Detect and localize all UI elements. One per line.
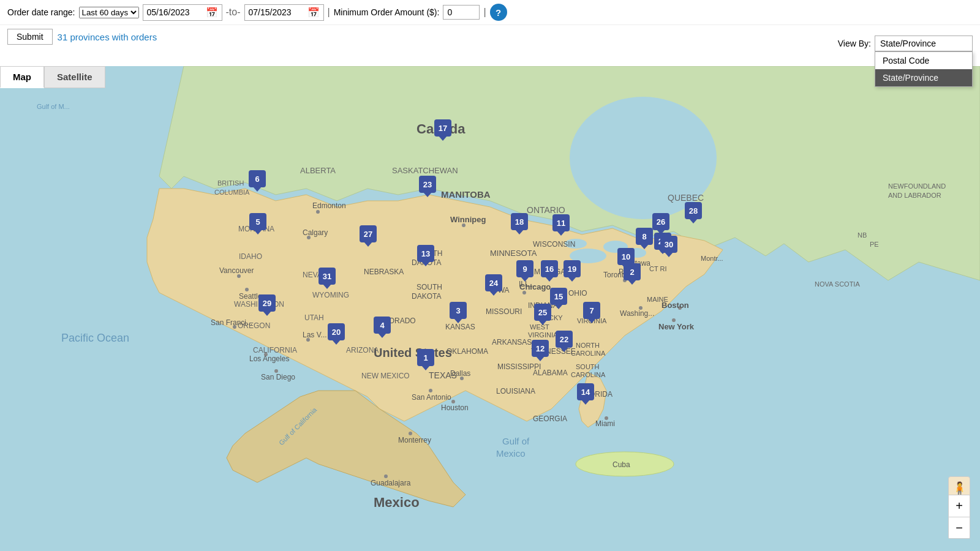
map-marker[interactable]: 20 bbox=[328, 323, 345, 340]
map-marker[interactable]: 14 bbox=[577, 383, 594, 400]
svg-text:MANITOBA: MANITOBA bbox=[441, 189, 491, 200]
svg-text:NORTH: NORTH bbox=[576, 342, 600, 349]
marker-body: 31 bbox=[318, 268, 336, 285]
marker-body: 5 bbox=[249, 213, 266, 230]
map-marker[interactable]: 7 bbox=[583, 302, 600, 319]
map-marker[interactable]: 18 bbox=[511, 213, 528, 230]
marker-body: 25 bbox=[534, 304, 551, 321]
svg-text:OKLAHOMA: OKLAHOMA bbox=[447, 347, 488, 356]
svg-text:San Antonio: San Antonio bbox=[412, 393, 451, 402]
marker-body: 7 bbox=[583, 302, 600, 319]
map-marker[interactable]: 24 bbox=[485, 274, 502, 291]
dropdown-postal-code[interactable]: Postal Code bbox=[875, 52, 972, 69]
date-to-input[interactable]: 07/15/2023 bbox=[249, 7, 304, 17]
svg-text:KANSAS: KANSAS bbox=[445, 323, 475, 331]
map-marker[interactable]: 5 bbox=[249, 213, 266, 230]
marker-body: 3 bbox=[450, 302, 467, 319]
view-by-dropdown: Postal Code State/Province bbox=[875, 51, 973, 87]
map-marker[interactable]: 1 bbox=[417, 349, 434, 366]
marker-body: 26 bbox=[652, 213, 669, 230]
map-marker[interactable]: 19 bbox=[564, 260, 581, 277]
dropdown-state-province[interactable]: State/Province bbox=[875, 69, 972, 86]
svg-text:CAROLINA: CAROLINA bbox=[571, 350, 606, 357]
svg-text:NB: NB bbox=[858, 231, 867, 239]
svg-text:IDAHO: IDAHO bbox=[239, 252, 262, 261]
map-marker[interactable]: 28 bbox=[685, 202, 702, 219]
marker-body: 30 bbox=[660, 236, 677, 253]
date-from-container: 05/16/2023 📅 bbox=[143, 4, 222, 21]
marker-body: 19 bbox=[564, 260, 581, 277]
date-from-input[interactable]: 05/16/2023 bbox=[147, 7, 202, 17]
map-marker[interactable]: 29 bbox=[258, 294, 276, 312]
svg-point-95 bbox=[429, 389, 432, 392]
map-marker[interactable]: 17 bbox=[434, 119, 451, 137]
map-marker[interactable]: 27 bbox=[360, 225, 377, 242]
svg-text:Guadalajara: Guadalajara bbox=[371, 479, 411, 487]
map-marker[interactable]: 4 bbox=[374, 317, 391, 334]
map-marker[interactable]: 6 bbox=[249, 170, 266, 187]
date-from-icon[interactable]: 📅 bbox=[206, 7, 218, 18]
svg-text:OHIO: OHIO bbox=[568, 289, 587, 298]
map-marker[interactable]: 16 bbox=[541, 260, 558, 277]
map-marker[interactable]: 11 bbox=[552, 214, 570, 231]
map-marker[interactable]: 3 bbox=[450, 302, 467, 319]
marker-body: 1 bbox=[417, 349, 434, 366]
map-marker[interactable]: 25 bbox=[534, 304, 551, 321]
svg-point-20 bbox=[316, 210, 320, 214]
map-marker[interactable]: 30 bbox=[660, 236, 677, 253]
view-by-select[interactable]: State/Province Postal Code bbox=[875, 36, 973, 51]
map-marker[interactable]: 23 bbox=[419, 176, 436, 193]
svg-text:UTAH: UTAH bbox=[304, 313, 324, 322]
svg-text:Las V...: Las V... bbox=[303, 331, 327, 339]
marker-body: 13 bbox=[417, 245, 434, 262]
map-marker[interactable]: 31 bbox=[318, 268, 336, 285]
svg-text:United States: United States bbox=[374, 346, 452, 359]
svg-text:NEW MEXICO: NEW MEXICO bbox=[361, 372, 410, 380]
marker-body: 15 bbox=[550, 288, 567, 305]
svg-text:COLUMBIA: COLUMBIA bbox=[214, 189, 250, 196]
svg-text:MINNESOTA: MINNESOTA bbox=[490, 249, 537, 258]
map-marker[interactable]: 12 bbox=[532, 340, 549, 357]
map-marker[interactable]: 13 bbox=[417, 245, 434, 262]
svg-text:Calgary: Calgary bbox=[303, 228, 328, 237]
map-marker[interactable]: 8 bbox=[636, 228, 653, 245]
marker-body: 10 bbox=[617, 248, 635, 265]
marker-body: 29 bbox=[258, 294, 276, 312]
svg-text:NOVA SCOTIA: NOVA SCOTIA bbox=[815, 280, 860, 288]
submit-button[interactable]: Submit bbox=[7, 29, 53, 45]
svg-text:Dallas: Dallas bbox=[450, 369, 470, 378]
marker-body: 20 bbox=[328, 323, 345, 340]
marker-body: 4 bbox=[374, 317, 391, 334]
svg-point-99 bbox=[384, 474, 388, 478]
svg-text:GEORGIA: GEORGIA bbox=[533, 414, 567, 423]
min-amount-input[interactable]: 0 bbox=[443, 5, 480, 20]
tab-map[interactable]: Map bbox=[0, 66, 44, 88]
separator-pipe1: | bbox=[328, 7, 330, 18]
map-marker[interactable]: 26 bbox=[652, 213, 669, 230]
svg-text:CALIFORNIA: CALIFORNIA bbox=[253, 346, 297, 354]
svg-text:SOUTH: SOUTH bbox=[417, 283, 442, 291]
help-button[interactable]: ? bbox=[490, 4, 507, 21]
svg-text:Cuba: Cuba bbox=[612, 460, 630, 469]
map-marker[interactable]: 15 bbox=[550, 288, 567, 305]
date-range-select[interactable]: Last 60 days Last 30 days Last 90 days C… bbox=[79, 7, 139, 18]
map-marker[interactable]: 10 bbox=[617, 248, 635, 265]
map-marker[interactable]: 9 bbox=[516, 260, 533, 277]
marker-body: 14 bbox=[577, 383, 594, 400]
svg-text:San Diego: San Diego bbox=[261, 373, 295, 381]
svg-text:NEBRASKA: NEBRASKA bbox=[364, 268, 404, 276]
svg-text:Gulf of M...: Gulf of M... bbox=[37, 103, 70, 110]
svg-text:MISSOURI: MISSOURI bbox=[486, 307, 522, 316]
tab-satellite[interactable]: Satellite bbox=[44, 66, 105, 88]
view-by-container: View By: State/Province Postal Code Post… bbox=[838, 36, 973, 51]
date-to-icon[interactable]: 📅 bbox=[307, 7, 320, 18]
svg-text:Montr...: Montr... bbox=[701, 255, 723, 262]
svg-text:Houston: Houston bbox=[441, 403, 469, 412]
svg-text:ALBERTA: ALBERTA bbox=[300, 166, 336, 175]
map-marker[interactable]: 22 bbox=[556, 331, 573, 348]
zoom-in-button[interactable]: + bbox=[948, 495, 970, 517]
date-to-container: 07/15/2023 📅 bbox=[244, 4, 324, 21]
zoom-out-button[interactable]: − bbox=[948, 517, 970, 539]
svg-text:LOUISIANA: LOUISIANA bbox=[496, 387, 535, 395]
separator-pipe2: | bbox=[483, 7, 486, 18]
